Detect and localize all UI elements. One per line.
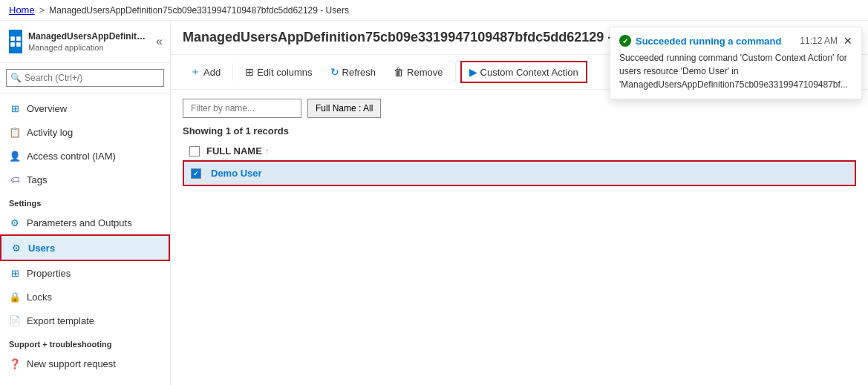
edit-columns-icon: ⊞ <box>245 66 254 78</box>
notification-close-button[interactable]: ✕ <box>843 35 852 47</box>
sidebar-nav: ⊞ Overview 📋 Activity log 👤 Access contr… <box>0 93 170 385</box>
svg-rect-0 <box>10 36 15 41</box>
filter-row: Full Name : All <box>183 99 856 118</box>
sidebar-item-users[interactable]: ⚙ Users <box>0 234 170 261</box>
nav-label-new-support: New support request <box>27 358 116 369</box>
sidebar-item-new-support[interactable]: ❓ New support request <box>0 352 170 375</box>
table-area: Full Name : All Showing 1 of 1 records F… <box>171 90 868 385</box>
notification-header: Succeeded running a command 11:12 AM ✕ <box>619 35 852 47</box>
breadcrumb-separator: > <box>39 4 45 16</box>
table-header: FULL NAME ↑ <box>183 142 856 160</box>
locks-icon: 🔒 <box>9 291 21 303</box>
sidebar-item-locks[interactable]: 🔒 Locks <box>0 285 170 309</box>
nav-label-users: Users <box>28 243 55 254</box>
sidebar-item-tags[interactable]: 🏷 Tags <box>0 168 170 191</box>
nav-label-activity-log: Activity log <box>27 127 73 138</box>
sidebar-item-export-template[interactable]: 📄 Export template <box>0 309 170 332</box>
sidebar-search-container: 🔍 <box>0 63 170 93</box>
search-input[interactable] <box>6 69 164 87</box>
notification-title: Succeeded running a command <box>636 36 782 47</box>
search-icon: 🔍 <box>10 73 22 83</box>
sidebar: ManagedUsersAppDefinition75cb09e33199471… <box>0 21 171 385</box>
content-area: ManagedUsersAppDefinition75cb09e33199471… <box>171 21 868 385</box>
settings-section-label: Settings <box>0 191 170 211</box>
custom-context-action-button[interactable]: ▶ Custom Context Action <box>460 61 587 83</box>
sidebar-item-properties[interactable]: ⊞ Properties <box>0 261 170 285</box>
sort-icon: ↑ <box>265 147 269 155</box>
iam-icon: 👤 <box>9 150 21 162</box>
sidebar-item-parameters[interactable]: ⚙ Parameters and Outputs <box>0 211 170 234</box>
nav-label-locks: Locks <box>27 292 52 303</box>
add-label: Add <box>203 67 221 78</box>
svg-rect-3 <box>16 42 21 47</box>
add-icon: ＋ <box>190 65 200 79</box>
notification-body: Succeeded running command 'Custom Contex… <box>619 51 852 91</box>
sidebar-item-overview[interactable]: ⊞ Overview <box>0 96 170 120</box>
support-icon: ❓ <box>9 358 21 369</box>
records-count: Showing 1 of 1 records <box>183 125 856 136</box>
export-icon: 📄 <box>9 315 21 326</box>
breadcrumb-current: ManagedUsersAppDefinition75cb09e33199471… <box>49 5 349 16</box>
sidebar-header-text: ManagedUsersAppDefinition75cb09e33199471… <box>28 31 147 52</box>
fullname-filter-badge[interactable]: Full Name : All <box>307 99 381 118</box>
activity-log-icon: 📋 <box>9 126 21 138</box>
sidebar-title: ManagedUsersAppDefinition75cb09e33199471… <box>28 31 147 43</box>
properties-icon: ⊞ <box>9 267 21 279</box>
breadcrumb-home[interactable]: Home <box>9 4 35 16</box>
overview-icon: ⊞ <box>9 102 21 114</box>
edit-columns-button[interactable]: ⊞ Edit columns <box>238 62 319 82</box>
row-checkbox[interactable] <box>191 168 201 179</box>
remove-button[interactable]: 🗑 Remove <box>386 62 450 82</box>
sidebar-item-access-control[interactable]: 👤 Access control (IAM) <box>0 144 170 168</box>
success-icon <box>619 35 631 47</box>
sidebar-header: ManagedUsersAppDefinition75cb09e33199471… <box>0 21 170 63</box>
refresh-button[interactable]: ↻ Refresh <box>323 62 384 82</box>
remove-icon: 🗑 <box>394 66 404 78</box>
nav-label-parameters: Parameters and Outputs <box>27 217 132 228</box>
notification-title-row: Succeeded running a command <box>619 35 782 47</box>
sidebar-item-activity-log[interactable]: 📋 Activity log <box>0 120 170 144</box>
header-checkbox-col <box>183 146 206 157</box>
notification-time: 11:12 AM <box>800 36 838 46</box>
header-checkbox[interactable] <box>189 146 200 157</box>
parameters-icon: ⚙ <box>9 217 21 228</box>
column-full-name: FULL NAME ↑ <box>206 145 269 157</box>
svg-rect-1 <box>16 36 21 41</box>
svg-rect-2 <box>10 42 15 47</box>
support-section-label: Support + troubleshooting <box>0 332 170 352</box>
custom-action-label: Custom Context Action <box>480 67 578 78</box>
nav-label-overview: Overview <box>27 103 67 114</box>
breadcrumb: Home > ManagedUsersAppDefinition75cb09e3… <box>0 0 868 21</box>
resource-icon <box>9 30 22 53</box>
table-row: Demo User <box>183 160 856 186</box>
notification-toast: Succeeded running a command 11:12 AM ✕ S… <box>610 27 862 99</box>
users-icon: ⚙ <box>10 242 22 254</box>
sidebar-collapse-button[interactable]: « <box>153 35 166 48</box>
filter-input[interactable] <box>183 99 301 118</box>
refresh-icon: ↻ <box>330 66 339 78</box>
remove-label: Remove <box>407 67 443 78</box>
column-full-name-label: FULL NAME <box>206 145 262 157</box>
tags-icon: 🏷 <box>9 174 21 185</box>
row-full-name[interactable]: Demo User <box>208 162 265 185</box>
nav-label-tags: Tags <box>27 174 47 185</box>
toolbar-separator-1 <box>232 63 233 81</box>
edit-columns-label: Edit columns <box>257 67 312 78</box>
nav-label-access-control: Access control (IAM) <box>27 151 116 162</box>
nav-label-export-template: Export template <box>27 315 94 326</box>
add-button[interactable]: ＋ Add <box>183 62 228 82</box>
toolbar-separator-2 <box>455 63 456 81</box>
refresh-label: Refresh <box>342 67 376 78</box>
sidebar-subtitle: Managed application <box>28 43 147 52</box>
row-checkbox-col <box>184 162 208 185</box>
nav-label-properties: Properties <box>27 268 71 279</box>
play-icon: ▶ <box>469 66 477 78</box>
